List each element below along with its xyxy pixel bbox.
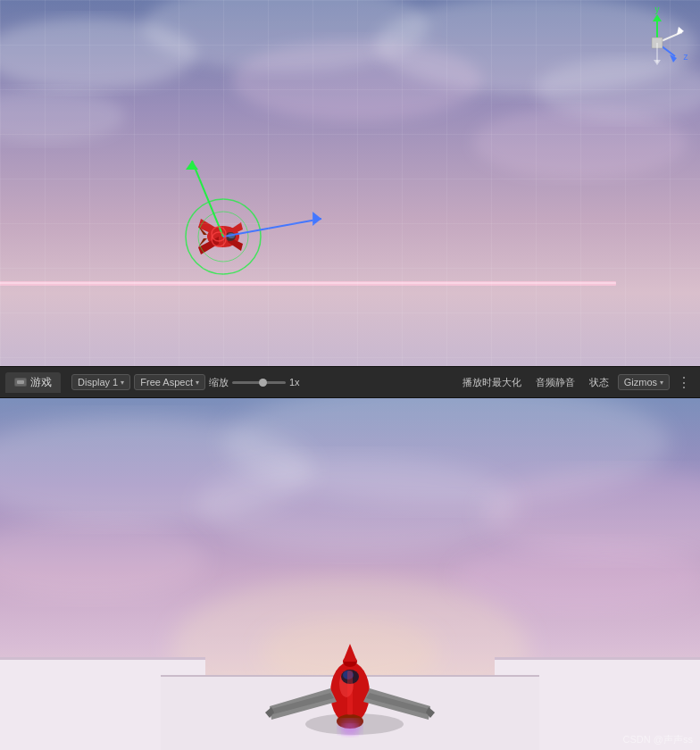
svg-marker-37 — [654, 60, 661, 65]
svg-point-68 — [343, 725, 357, 736]
mute-btn[interactable]: 音频静音 — [530, 374, 580, 391]
svg-point-46 — [455, 541, 700, 612]
display-label: Display 1 — [78, 377, 118, 388]
zoom-value: 1x — [289, 377, 300, 388]
svg-text:z: z — [684, 52, 688, 62]
display-dropdown[interactable]: Display 1 ▾ — [71, 374, 130, 390]
zoom-control: 缩放 1x — [209, 376, 300, 389]
zoom-slider-thumb — [259, 379, 267, 387]
game-toolbar: 游戏 Display 1 ▾ Free Aspect ▾ 缩放 1x 播放时最大… — [0, 366, 700, 398]
gizmos-dropdown-arrow: ▾ — [660, 379, 663, 387]
zoom-label: 缩放 — [209, 376, 229, 389]
display-dropdown-arrow: ▾ — [121, 379, 124, 387]
svg-marker-28 — [653, 14, 662, 21]
svg-rect-69 — [347, 671, 353, 715]
svg-rect-9 — [0, 282, 616, 284]
svg-text:y: y — [655, 7, 660, 14]
scene-gizmo[interactable]: y z — [621, 7, 693, 79]
game-tab-label: 游戏 — [30, 375, 52, 390]
svg-rect-39 — [17, 380, 24, 384]
game-tab-icon — [14, 378, 27, 387]
game-view[interactable]: CSDN @声声ss — [0, 398, 700, 750]
aspect-dropdown-arrow: ▾ — [196, 379, 199, 387]
watermark: CSDN @声声ss — [623, 733, 693, 746]
scene-sky — [0, 0, 700, 366]
svg-point-6 — [232, 40, 482, 121]
maximize-btn[interactable]: 播放时最大化 — [457, 374, 527, 391]
gizmos-label: Gizmos — [624, 377, 657, 388]
svg-rect-50 — [0, 657, 205, 660]
svg-point-7 — [473, 107, 688, 179]
state-btn[interactable]: 状态 — [584, 374, 614, 391]
gizmos-btn[interactable]: Gizmos ▾ — [618, 374, 670, 390]
svg-rect-52 — [495, 657, 700, 660]
more-btn[interactable]: ⋮ — [673, 374, 695, 391]
game-sky — [0, 398, 700, 750]
scene-view[interactable]: y z — [0, 0, 700, 366]
aspect-label: Free Aspect — [140, 377, 193, 388]
zoom-slider[interactable] — [232, 381, 286, 384]
svg-point-45 — [196, 456, 518, 554]
aspect-dropdown[interactable]: Free Aspect ▾ — [134, 374, 205, 390]
game-tab[interactable]: 游戏 — [5, 372, 61, 393]
